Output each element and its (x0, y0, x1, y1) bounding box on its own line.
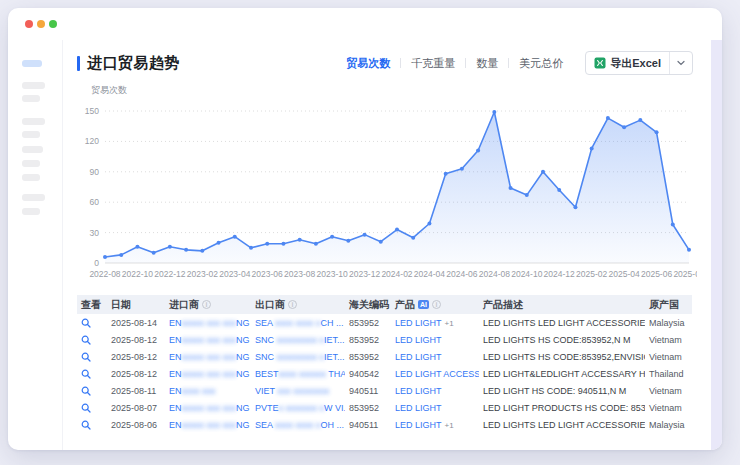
svg-text:30: 30 (90, 228, 100, 238)
view-cell (77, 416, 107, 433)
view-details-icon[interactable] (81, 420, 91, 430)
importer-link[interactable]: ENxxxx xxx (169, 386, 216, 396)
exporter-link[interactable]: SNC xxxxxxxxx xIET... (255, 335, 345, 345)
blurred-company-name: xxxx xxxxxx (279, 369, 327, 379)
tab-trade-count[interactable]: 贸易次数 (336, 56, 400, 71)
export-dropdown-button[interactable] (670, 52, 692, 74)
product-link[interactable]: LED LIGHT (395, 420, 442, 430)
view-details-icon[interactable] (81, 352, 91, 362)
export-excel-button[interactable]: 导出Excel (586, 52, 669, 74)
importer-cell: ENxxxxx xxx xxxNG L... (165, 416, 251, 433)
importer-cell: ENxxxxx xxx xxxNG L... (165, 331, 251, 348)
exporter-link[interactable]: SEA xxxx xxxx xCH ... (255, 318, 344, 328)
svg-text:2022-10: 2022-10 (122, 269, 153, 279)
sidebar-item-placeholder[interactable] (22, 208, 40, 215)
sidebar-item-placeholder[interactable] (22, 95, 40, 102)
exporter-cell: SEA xxxx xxxx xOH ... (251, 416, 345, 433)
window-minimize-button[interactable] (37, 20, 45, 28)
sidebar-item-placeholder[interactable] (22, 146, 43, 153)
hs-code-cell: 853952 (345, 314, 391, 331)
column-header: 查看 (77, 295, 107, 314)
column-header: 产品描述 (479, 295, 645, 314)
view-cell (77, 348, 107, 365)
origin-country-cell: Malaysia (645, 314, 692, 331)
product-link[interactable]: LED LIGHT (395, 318, 442, 328)
window-zoom-button[interactable] (49, 20, 57, 28)
importer-link[interactable]: ENxxxxx xxx xxxNG L... (169, 369, 251, 379)
date-cell: 2025-08-07 (107, 399, 165, 416)
blurred-company-name: xxx xxxxxxxx (277, 386, 329, 396)
tab-kg-weight[interactable]: 千克重量 (401, 56, 465, 71)
exporter-link[interactable]: BESTxxxx xxxxxx THA... (255, 369, 345, 379)
date-cell: 2025-08-11 (107, 382, 165, 399)
exporter-link[interactable]: SNC xxxxxxxxx xIET... (255, 352, 345, 362)
view-cell (77, 314, 107, 331)
exporter-cell: BESTxxxx xxxxxx THA... (251, 365, 345, 382)
sidebar-item-placeholder[interactable] (22, 174, 40, 181)
table-row: 2025-08-06ENxxxxx xxx xxxNG L...SEA xxxx… (77, 416, 692, 433)
sidebar-item-placeholder[interactable] (22, 131, 40, 138)
svg-text:2022-08: 2022-08 (89, 269, 120, 279)
sidebar-item-placeholder[interactable] (22, 194, 45, 201)
sidebar-item-placeholder[interactable] (22, 82, 45, 89)
exporter-link[interactable]: VIET xxx xxxxxxxx (255, 386, 329, 396)
svg-text:2022-12: 2022-12 (154, 269, 185, 279)
svg-text:2024-02: 2024-02 (381, 269, 412, 279)
blurred-company-name: xxxxxxxxx x (277, 335, 325, 345)
view-details-icon[interactable] (81, 318, 91, 328)
svg-text:2024-08: 2024-08 (479, 269, 510, 279)
column-header: 进口商i (165, 295, 251, 314)
origin-country-cell: Vietnam (645, 399, 692, 416)
importer-link[interactable]: ENxxxxx xxx xxxNG L... (169, 420, 251, 430)
table-header-row: 查看日期进口商i出口商i海关编码产品AIi产品描述原产国 (77, 295, 692, 314)
chart-y-axis-title: 贸易次数 (91, 84, 693, 97)
product-link[interactable]: LED LIGHT (395, 386, 442, 396)
view-details-icon[interactable] (81, 335, 91, 345)
table-row: 2025-08-12ENxxxxx xxx xxxNG L...BESTxxxx… (77, 365, 692, 382)
tab-quantity[interactable]: 数量 (466, 56, 508, 71)
hs-code-cell: 940511 (345, 416, 391, 433)
date-cell: 2025-08-12 (107, 365, 165, 382)
view-details-icon[interactable] (81, 369, 91, 379)
info-icon[interactable]: i (432, 300, 441, 309)
view-details-icon[interactable] (81, 386, 91, 396)
importer-link[interactable]: ENxxxxx xxx xxxNG L... (169, 352, 251, 362)
importer-link[interactable]: ENxxxxx xxx xxxNG L... (169, 318, 251, 328)
blurred-company-name: x xxxxxxx x (279, 403, 325, 413)
main-content: 进口贸易趋势 贸易次数千克重量数量美元总价 导出Excel (63, 40, 711, 450)
importer-link[interactable]: ENxxxxx xxx xxxNG L... (169, 403, 251, 413)
info-icon[interactable]: i (288, 300, 297, 309)
description-cell: LED LIGHT HS CODE: 940511,N M (479, 382, 645, 399)
view-cell (77, 382, 107, 399)
blurred-company-name: xxxxx xxx xxx (182, 352, 237, 362)
table-row: 2025-08-07ENxxxxx xxx xxxNG L...PVTEx xx… (77, 399, 692, 416)
blurred-company-name: xxxxx xxx xxx (182, 420, 237, 430)
product-link[interactable]: LED LIGHT ACCESSORY (395, 369, 479, 379)
description-cell: LED LIGHTS HS CODE:853952,N M (479, 331, 645, 348)
page-background: 进口贸易趋势 贸易次数千克重量数量美元总价 导出Excel (0, 0, 740, 465)
sidebar-item-placeholder[interactable] (22, 160, 40, 167)
origin-country-cell: Malaysia (645, 416, 692, 433)
info-icon[interactable]: i (202, 300, 211, 309)
window-close-button[interactable] (25, 20, 33, 28)
blurred-company-name: xxxxxxxxx x (277, 352, 325, 362)
importer-link[interactable]: ENxxxxx xxx xxxNG L... (169, 335, 251, 345)
svg-text:90: 90 (90, 167, 100, 177)
tab-usd-total[interactable]: 美元总价 (509, 56, 573, 71)
exporter-link[interactable]: SEA xxxx xxxx xOH ... (255, 420, 344, 430)
product-link[interactable]: LED LIGHT (395, 335, 442, 345)
svg-text:2023-08: 2023-08 (284, 269, 315, 279)
date-cell: 2025-08-06 (107, 416, 165, 433)
table-row: 2025-08-14ENxxxxx xxx xxxNG L...SEA xxxx… (77, 314, 692, 331)
product-link[interactable]: LED LIGHT (395, 403, 442, 413)
exporter-link[interactable]: PVTEx xxxxxxx xW VI... (255, 403, 345, 413)
content-header: 进口贸易趋势 贸易次数千克重量数量美元总价 导出Excel (77, 48, 693, 78)
origin-country-cell: Vietnam (645, 382, 692, 399)
sidebar-item-placeholder[interactable] (22, 118, 45, 125)
view-details-icon[interactable] (81, 403, 91, 413)
product-cell: LED LIGHT (391, 331, 479, 348)
sidebar-item-active[interactable] (22, 60, 42, 67)
window-scrollbar[interactable] (711, 40, 722, 450)
table-row: 2025-08-11ENxxxx xxxVIET xxx xxxxxxxx940… (77, 382, 692, 399)
product-link[interactable]: LED LIGHT (395, 352, 442, 362)
